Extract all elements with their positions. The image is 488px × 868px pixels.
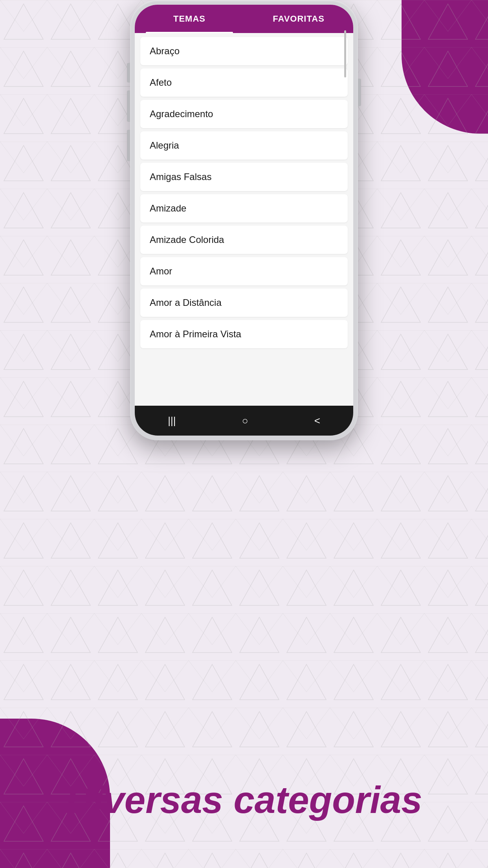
recent-apps-button[interactable]: ||| [168, 415, 176, 427]
tab-temas[interactable]: TEMAS [135, 5, 244, 33]
list-item[interactable]: Agradecimento [140, 100, 348, 128]
tab-bar: TEMAS FAVORITAS [135, 5, 353, 33]
tab-favoritas-label: FAVORITAS [273, 14, 325, 24]
app-content: TEMAS FAVORITAS Abraço Afeto Agrade [135, 5, 353, 436]
bg-top-right-accent [402, 0, 488, 134]
list-item[interactable]: Amizade [140, 194, 348, 223]
phone-volume-down-button [127, 130, 130, 161]
list-item[interactable]: Amor à Primeira Vista [140, 320, 348, 348]
phone-screen: TEMAS FAVORITAS Abraço Afeto Agrade [135, 5, 353, 436]
navigation-bar: ||| ○ < [135, 406, 353, 436]
back-button[interactable]: < [314, 415, 320, 427]
list-item[interactable]: Amor [140, 257, 348, 285]
phone-outer-shell: TEMAS FAVORITAS Abraço Afeto Agrade [130, 0, 358, 440]
tab-favoritas[interactable]: FAVORITAS [244, 5, 353, 33]
list-item[interactable]: Amigas Falsas [140, 163, 348, 191]
category-list: Abraço Afeto Agradecimento Alegria Amiga… [135, 33, 353, 406]
home-button[interactable]: ○ [242, 415, 248, 427]
list-item[interactable]: Alegria [140, 131, 348, 160]
bottom-text-area: Diversas categorias [0, 779, 488, 821]
list-item[interactable]: Afeto [140, 68, 348, 97]
phone-power-button [358, 79, 361, 106]
phone-mute-button [127, 63, 130, 83]
phone-volume-up-button [127, 90, 130, 122]
tab-temas-label: TEMAS [173, 14, 205, 24]
list-item[interactable]: Amor a Distância [140, 289, 348, 317]
scroll-indicator [344, 30, 346, 77]
bottom-heading: Diversas categorias [66, 779, 422, 821]
list-item[interactable]: Amizade Colorida [140, 226, 348, 254]
phone-mockup: TEMAS FAVORITAS Abraço Afeto Agrade [130, 0, 358, 440]
list-item[interactable]: Abraço [140, 37, 348, 65]
